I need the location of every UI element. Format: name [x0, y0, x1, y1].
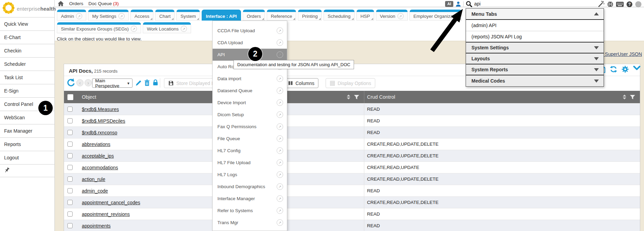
menu-item[interactable]: Refer to Systems [213, 205, 287, 217]
sort-icon[interactable] [622, 94, 627, 100]
row-checkbox[interactable] [67, 107, 73, 112]
column-header-crud-control[interactable]: Crud Control [367, 94, 395, 100]
row-checkbox[interactable] [67, 200, 73, 205]
row-checkbox[interactable] [67, 142, 73, 147]
tab[interactable]: Orders [243, 10, 265, 21]
sidebar-item[interactable]: Fax Manager [0, 124, 54, 137]
tab[interactable]: Similar Exposure Groups (SEGs) [57, 22, 141, 33]
object-link[interactable]: accommodations [82, 165, 118, 170]
object-link[interactable]: action_rule [82, 177, 105, 182]
sidebar-item[interactable]: Quick View [0, 17, 54, 31]
avatar[interactable] [635, 1, 642, 8]
object-link[interactable]: $rxdb$.MIPSDeciles [82, 118, 125, 124]
object-link[interactable]: $rxdb$.Measures [82, 107, 119, 112]
keyboard-icon[interactable] [616, 1, 624, 7]
object-link[interactable]: $rxdb$.rxnconso [82, 130, 117, 135]
menu-item[interactable]: Data import [213, 73, 287, 85]
tab[interactable]: My Settings [88, 10, 129, 21]
object-link[interactable]: admin_code [82, 188, 108, 194]
menu-item[interactable]: HL7 Logs [213, 169, 287, 181]
globe-icon[interactable] [607, 1, 614, 8]
menu-item[interactable]: Device Import [213, 97, 287, 109]
menu-item[interactable]: Interface Manager [213, 193, 287, 205]
prev-page-button[interactable]: ‹ [76, 79, 84, 86]
filter-funnel-icon[interactable] [630, 95, 635, 100]
menu-item[interactable]: Dicom Setup [213, 109, 287, 121]
sidebar-item[interactable]: Checkin [0, 44, 54, 57]
menu-item[interactable]: Trans Mgr [213, 217, 287, 229]
edit-pencil-icon[interactable] [135, 80, 142, 86]
row-checkbox[interactable] [67, 165, 73, 170]
sidebar-item[interactable]: E-Chart [0, 31, 54, 44]
user-icon[interactable] [455, 1, 461, 7]
search-result-item[interactable]: (reports) JSON API Log [466, 31, 604, 42]
search-input[interactable]: api [474, 1, 481, 7]
menu-item[interactable]: File Queue [213, 133, 287, 145]
menu-item[interactable]: Datasend Queue [213, 85, 287, 97]
object-link[interactable]: appointment_cancel_codes [82, 200, 140, 205]
chevron-down-icon[interactable] [633, 65, 641, 73]
search-section-header[interactable]: System Reports [466, 64, 604, 75]
search-section-header[interactable]: System Settings [466, 42, 604, 53]
undo-icon[interactable] [66, 78, 75, 87]
perspective-select[interactable]: Main Perspective [92, 78, 132, 88]
menu-item[interactable]: HL7 Config [213, 145, 287, 157]
magic-wand-icon[interactable] [598, 1, 605, 8]
tab[interactable]: Access [130, 10, 154, 21]
row-checkbox[interactable] [67, 188, 73, 193]
object-link[interactable]: acceptable_ips [82, 153, 114, 159]
sidebar-item[interactable]: E-Sign [0, 84, 54, 97]
menu-item[interactable]: Inbound Demographics [213, 181, 287, 193]
sidebar-item[interactable]: Reports [0, 137, 54, 151]
breadcrumb-orders[interactable]: Orders [69, 1, 83, 6]
sidebar-item[interactable]: Logout [0, 151, 54, 164]
ai-badge[interactable]: AI [445, 1, 453, 7]
tab[interactable]: Scheduling [324, 10, 355, 21]
row-checkbox[interactable] [67, 223, 73, 228]
tab[interactable]: Version [376, 10, 408, 21]
row-checkbox[interactable] [67, 118, 73, 123]
tab[interactable]: Reference [267, 10, 296, 21]
tab[interactable]: Admin [57, 10, 86, 21]
tab[interactable]: Employer Organizatio [409, 10, 462, 21]
home-icon[interactable] [58, 1, 64, 7]
menu-item[interactable]: CCDA File Upload [213, 25, 287, 37]
display-options-button[interactable]: Display Options [326, 78, 375, 88]
sidebar-item[interactable]: Scheduler [0, 57, 54, 71]
tab[interactable]: Work Locations [143, 22, 191, 33]
tab[interactable]: System [176, 10, 200, 21]
menu-item[interactable]: CDA Upload [213, 37, 287, 49]
menu-item[interactable]: Fax Q Permissions [213, 121, 287, 133]
help-icon[interactable]: ? [626, 1, 633, 8]
refresh-icon[interactable] [610, 65, 617, 73]
sort-icon[interactable] [346, 94, 351, 100]
column-header-object[interactable]: Object [82, 94, 96, 100]
search-result-item[interactable]: (admin) API [466, 20, 604, 31]
menu-item[interactable]: HL7 File Upload [213, 157, 287, 169]
menu-tabs-section-header[interactable]: Menu Tabs [466, 9, 604, 20]
search-icon[interactable] [466, 1, 472, 7]
object-link[interactable]: abbreviations [82, 142, 110, 147]
select-all-checkbox[interactable] [67, 94, 73, 100]
tab[interactable]: Printing [298, 10, 322, 21]
lock-icon[interactable] [152, 79, 159, 86]
row-checkbox[interactable] [67, 130, 73, 135]
gear-icon[interactable] [621, 65, 629, 73]
pushpin-icon[interactable] [4, 167, 10, 174]
sidebar-item[interactable]: Task List [0, 71, 54, 84]
object-link[interactable]: appointment_revisions [82, 211, 130, 217]
row-checkbox[interactable] [67, 211, 73, 217]
superuser-link[interactable]: t SuperUser JSON [602, 51, 642, 57]
row-checkbox[interactable] [67, 153, 73, 158]
tab[interactable]: Interface : API [202, 10, 241, 21]
tab[interactable]: Chart [155, 10, 175, 21]
trash-icon[interactable] [144, 79, 150, 86]
filter-funnel-icon[interactable] [354, 95, 359, 100]
tab[interactable]: HSP [356, 10, 374, 21]
search-section-header[interactable]: Layouts [466, 53, 604, 64]
row-checkbox[interactable] [67, 177, 73, 182]
object-link[interactable]: appointments [82, 223, 111, 229]
next-page-button[interactable]: › [85, 79, 92, 86]
columns-button[interactable]: Columns [284, 78, 318, 88]
breadcrumb-doc-queue[interactable]: Doc Queue (3) [88, 1, 119, 6]
